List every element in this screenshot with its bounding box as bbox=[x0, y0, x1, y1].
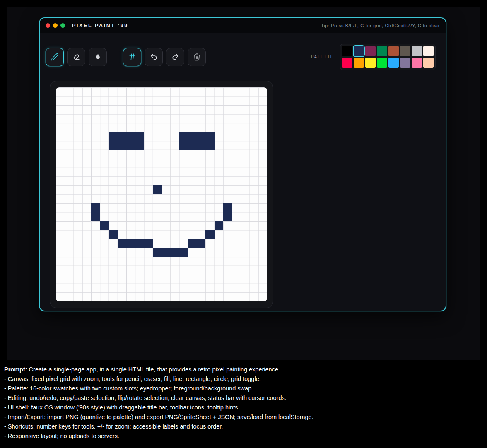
title-bar[interactable]: PIXEL PAINT ’99 Tip: Press B/E/F, G for … bbox=[40, 18, 446, 33]
palette-swatch[interactable] bbox=[388, 46, 399, 56]
prompt-text: Prompt: Create a single-page app, in a s… bbox=[4, 365, 483, 441]
canvas-panel bbox=[50, 81, 273, 308]
prompt-line: - Responsive layout; no uploads to serve… bbox=[4, 431, 483, 441]
canvas-pixel bbox=[109, 132, 118, 141]
prompt-line: - Editing: undo/redo, copy/paste selecti… bbox=[4, 393, 483, 403]
palette-swatch[interactable] bbox=[365, 46, 376, 56]
grid-icon bbox=[128, 53, 136, 61]
canvas-pixel bbox=[135, 239, 144, 248]
canvas-pixel bbox=[153, 248, 162, 257]
canvas-pixel bbox=[135, 141, 144, 150]
canvas-pixel bbox=[170, 248, 179, 257]
window-title: PIXEL PAINT ’99 bbox=[72, 23, 128, 29]
canvas-pixel bbox=[109, 141, 118, 150]
canvas-pixel bbox=[223, 212, 232, 222]
prompt-line: - Canvas: fixed pixel grid with zoom; to… bbox=[4, 374, 483, 384]
undo-icon bbox=[150, 53, 158, 61]
maximize-button[interactable] bbox=[60, 23, 65, 28]
fill-tool-button[interactable] bbox=[89, 48, 107, 66]
pixel-canvas[interactable] bbox=[56, 87, 267, 301]
palette-swatch[interactable] bbox=[400, 46, 410, 56]
prompt-line: Prompt: Create a single-page app, in a s… bbox=[4, 365, 483, 374]
canvas-pixel bbox=[179, 141, 188, 150]
grid-toggle-button[interactable] bbox=[123, 48, 141, 66]
palette-swatch[interactable] bbox=[342, 58, 352, 68]
prompt-label: Prompt: bbox=[4, 366, 27, 373]
canvas-pixel bbox=[188, 239, 197, 248]
minimize-button[interactable] bbox=[53, 23, 58, 28]
palette-label: PALETTE bbox=[311, 55, 334, 59]
pixel-paint-window: PIXEL PAINT ’99 Tip: Press B/E/F, G for … bbox=[39, 17, 446, 311]
palette-swatch[interactable] bbox=[342, 46, 352, 56]
canvas-pixel bbox=[205, 141, 214, 150]
app-background: PIXEL PAINT ’99 Tip: Press B/E/F, G for … bbox=[7, 7, 480, 360]
canvas-pixel bbox=[179, 132, 188, 141]
eraser-tool-button[interactable] bbox=[67, 48, 85, 66]
canvas-pixel bbox=[126, 239, 135, 248]
canvas-pixel bbox=[197, 239, 205, 248]
pencil-tool-button[interactable] bbox=[46, 48, 64, 66]
trash-icon bbox=[193, 53, 201, 61]
canvas-pixel bbox=[135, 132, 144, 141]
canvas-pixel bbox=[162, 248, 170, 257]
palette-swatch[interactable] bbox=[423, 58, 434, 68]
canvas-pixel bbox=[126, 132, 135, 141]
canvas-pixel bbox=[188, 141, 197, 150]
canvas-pixel bbox=[118, 141, 126, 150]
prompt-intro: Create a single-page app, in a single HT… bbox=[27, 366, 280, 373]
canvas-pixel bbox=[197, 132, 205, 141]
fill-icon bbox=[94, 53, 102, 61]
canvas-pixel bbox=[188, 132, 197, 141]
palette-section: PALETTE bbox=[311, 44, 436, 70]
redo-icon bbox=[171, 53, 179, 61]
palette-swatch[interactable] bbox=[412, 46, 422, 56]
prompt-line: - UI shell: faux OS window ('90s style) … bbox=[4, 403, 483, 412]
canvas-pixel bbox=[215, 221, 223, 230]
eraser-icon bbox=[72, 53, 80, 61]
redo-button[interactable] bbox=[166, 48, 184, 66]
canvas-pixel bbox=[144, 239, 153, 248]
prompt-line: - Import/Export: import PNG (quantize to… bbox=[4, 412, 483, 422]
canvas-pixel bbox=[153, 185, 162, 195]
palette-swatch[interactable] bbox=[365, 58, 376, 68]
palette-swatch[interactable] bbox=[423, 46, 434, 56]
palette-swatch[interactable] bbox=[388, 58, 399, 68]
toolbar-divider bbox=[115, 51, 115, 63]
canvas-pixel bbox=[126, 141, 135, 150]
canvas-pixel bbox=[179, 248, 188, 257]
undo-button[interactable] bbox=[145, 48, 163, 66]
prompt-line: - Shortcuts: number keys for tools, +/- … bbox=[4, 422, 483, 431]
canvas-pixel bbox=[91, 203, 100, 212]
prompt-lines: - Canvas: fixed pixel grid with zoom; to… bbox=[4, 374, 483, 441]
close-button[interactable] bbox=[46, 23, 50, 28]
canvas-pixel bbox=[91, 212, 100, 222]
canvas-pixel bbox=[109, 230, 118, 239]
canvas-pixel bbox=[205, 132, 214, 141]
shortcut-tip: Tip: Press B/E/F, G for grid, Ctrl/Cmd+Z… bbox=[321, 23, 440, 28]
canvas-pixel bbox=[205, 230, 214, 239]
canvas-pixel bbox=[118, 132, 126, 141]
palette-swatch[interactable] bbox=[412, 58, 422, 68]
palette-swatch[interactable] bbox=[354, 58, 364, 68]
palette-swatch[interactable] bbox=[377, 58, 387, 68]
palette-grid bbox=[340, 44, 436, 70]
canvas-pixel bbox=[118, 239, 126, 248]
palette-swatch[interactable] bbox=[377, 46, 387, 56]
pencil-icon bbox=[51, 53, 59, 61]
toolbar: PALETTE bbox=[40, 33, 446, 81]
prompt-line: - Palette: 16-color swatches with two cu… bbox=[4, 384, 483, 393]
canvas-pixel bbox=[100, 221, 108, 230]
palette-swatch[interactable] bbox=[400, 58, 410, 68]
palette-swatch[interactable] bbox=[354, 46, 364, 56]
canvas-pixel bbox=[223, 203, 232, 212]
clear-canvas-button[interactable] bbox=[188, 48, 206, 66]
canvas-pixel bbox=[197, 141, 205, 150]
